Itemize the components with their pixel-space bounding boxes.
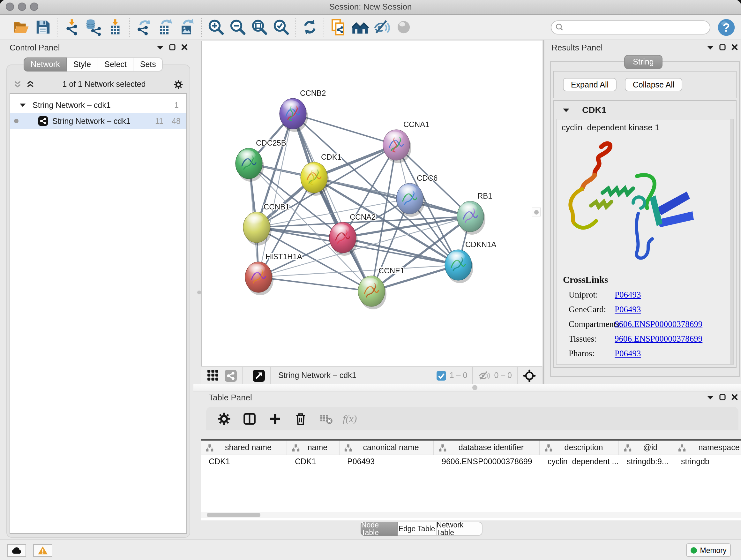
hide-graphics-details-button[interactable]: [371, 16, 393, 38]
grid-view-button[interactable]: [207, 370, 219, 381]
tab-string[interactable]: String: [624, 55, 663, 69]
table-cell[interactable]: cyclin–dependent ...: [540, 455, 619, 469]
zoom-fit-button[interactable]: [248, 16, 270, 38]
crosslink-link[interactable]: P06493: [615, 349, 641, 359]
crosslink-link[interactable]: 9606.ENSP00000378699: [615, 334, 702, 344]
export-network-button[interactable]: [133, 16, 154, 38]
table-cell[interactable]: CDK1: [287, 455, 340, 469]
network-node-CDKN1A[interactable]: CDKN1A: [445, 240, 496, 283]
network-options-button[interactable]: [174, 79, 183, 89]
zoom-out-button[interactable]: [226, 16, 248, 38]
vertical-splitter-handle[interactable]: [532, 207, 541, 216]
fit-selected-button[interactable]: [523, 369, 536, 382]
left-splitter-handle[interactable]: [197, 288, 201, 296]
control-panel-close-button[interactable]: [181, 44, 188, 51]
tab-network[interactable]: Network: [23, 57, 67, 71]
network-node-CCNB1[interactable]: CCNB1: [243, 202, 289, 246]
memory-button[interactable]: Memory: [686, 543, 731, 557]
table-cell[interactable]: stringdb: [673, 455, 741, 469]
tree-expander-icon[interactable]: [20, 103, 25, 107]
birds-eye-view-button[interactable]: [253, 369, 265, 381]
table-panel-float-button[interactable]: [719, 394, 726, 400]
network-node-CCNB2[interactable]: CCNB2: [280, 89, 326, 132]
save-session-button[interactable]: [32, 16, 54, 38]
splitter-handle[interactable]: [472, 385, 477, 390]
float-window-icon: [169, 44, 176, 51]
network-node-CCNE1[interactable]: CCNE1: [358, 266, 404, 309]
horizontal-splitter[interactable]: [193, 384, 741, 391]
results-panel-collapse-button[interactable]: [707, 45, 714, 50]
crosslink-link[interactable]: P06493: [615, 290, 641, 300]
results-panel-float-button[interactable]: [719, 44, 726, 51]
delete-table-button[interactable]: [317, 410, 335, 428]
zoom-selected-button[interactable]: [270, 16, 292, 38]
add-column-button[interactable]: [266, 410, 284, 428]
vertical-splitter[interactable]: [542, 40, 544, 384]
export-image-button[interactable]: [176, 16, 198, 38]
tab-select[interactable]: Select: [98, 57, 134, 71]
column-header-name[interactable]: name: [287, 441, 340, 455]
control-panel-float-button[interactable]: [169, 44, 176, 51]
column-header-description[interactable]: description: [540, 441, 619, 455]
show-columns-button[interactable]: [241, 410, 259, 428]
table-panel-close-button[interactable]: [731, 394, 738, 400]
column-header-canonical-name[interactable]: canonical name: [340, 441, 434, 455]
network-graph[interactable]: CCNB2CCNA1CDC25BCDK1CDC6RB1CCNB1CCNA2CDK…: [202, 41, 542, 366]
first-neighbors-button[interactable]: [349, 16, 371, 38]
delete-column-button[interactable]: [292, 410, 310, 428]
toolbar-separator: [517, 367, 518, 384]
function-builder-button[interactable]: f(x): [343, 413, 357, 424]
results-panel-close-button[interactable]: [731, 44, 738, 51]
tab-style[interactable]: Style: [67, 57, 98, 71]
scrollbar-thumb[interactable]: [207, 513, 260, 517]
network-node-RB1[interactable]: RB1: [457, 192, 492, 235]
column-header-database-identifier[interactable]: database identifier: [434, 441, 540, 455]
help-button[interactable]: ?: [717, 17, 736, 37]
collapse-all-button[interactable]: Collapse All: [625, 78, 682, 91]
network-node-CDC6[interactable]: CDC6: [396, 174, 437, 217]
control-panel-collapse-button[interactable]: [157, 45, 163, 50]
table-cell[interactable]: stringdb:9...: [619, 455, 673, 469]
tab-sets[interactable]: Sets: [134, 57, 163, 71]
network-node-HIST1H1A[interactable]: HIST1H1A: [245, 252, 302, 295]
network-canvas[interactable]: CCNB2CCNA1CDC25BCDK1CDC6RB1CCNB1CCNA2CDK…: [201, 41, 542, 366]
table-cell[interactable]: CDK1: [201, 455, 287, 469]
warnings-button[interactable]: [33, 544, 52, 557]
results-scrollbar[interactable]: [730, 119, 733, 364]
table-row[interactable]: CDK1CDK1P064939606.ENSP00000378699cyclin…: [201, 455, 741, 469]
column-header--id[interactable]: @id: [619, 441, 673, 455]
node-label-CDC6: CDC6: [417, 174, 437, 182]
import-network-database-button[interactable]: [82, 16, 104, 38]
tab-network-table[interactable]: Network Table: [436, 522, 482, 536]
gene-expander-icon[interactable]: [563, 108, 569, 112]
network-from-selection-button[interactable]: [327, 16, 349, 38]
expand-all-networks-button[interactable]: [26, 80, 35, 88]
network-collection-row[interactable]: String Network – cdk1 1: [10, 97, 186, 113]
trash-icon: [293, 412, 308, 426]
open-session-button[interactable]: [10, 16, 32, 38]
crosslink-link[interactable]: 9606.ENSP00000378699: [615, 319, 702, 329]
level-of-detail-button[interactable]: [393, 16, 414, 38]
table-cell[interactable]: 9606.ENSP00000378699: [434, 455, 540, 469]
column-header-shared-name[interactable]: shared name: [201, 441, 287, 455]
table-panel-collapse-button[interactable]: [707, 395, 714, 399]
column-header-namespace[interactable]: namespace: [673, 441, 741, 455]
collapse-all-networks-button[interactable]: [13, 80, 22, 88]
crosslink-link[interactable]: P06493: [615, 305, 641, 315]
table-cell[interactable]: P06493: [340, 455, 434, 469]
table-horizontal-scrollbar[interactable]: [201, 512, 741, 518]
export-table-button[interactable]: [154, 16, 176, 38]
cloud-status-button[interactable]: [7, 544, 26, 557]
search-input[interactable]: [551, 20, 711, 34]
expand-all-button[interactable]: Expand All: [563, 78, 616, 91]
tab-edge-table[interactable]: Edge Table: [398, 522, 436, 536]
refresh-view-button[interactable]: [299, 16, 320, 38]
import-network-file-button[interactable]: [61, 16, 82, 38]
table-options-button[interactable]: [215, 410, 233, 428]
import-table-file-button[interactable]: [104, 16, 126, 38]
network-view-button[interactable]: [225, 369, 237, 381]
network-node-CCNA1[interactable]: CCNA1: [383, 120, 429, 163]
tab-node-table[interactable]: Node Table: [360, 522, 398, 536]
zoom-in-button[interactable]: [205, 16, 226, 38]
network-row[interactable]: String Network – cdk1 11 48: [10, 113, 186, 129]
